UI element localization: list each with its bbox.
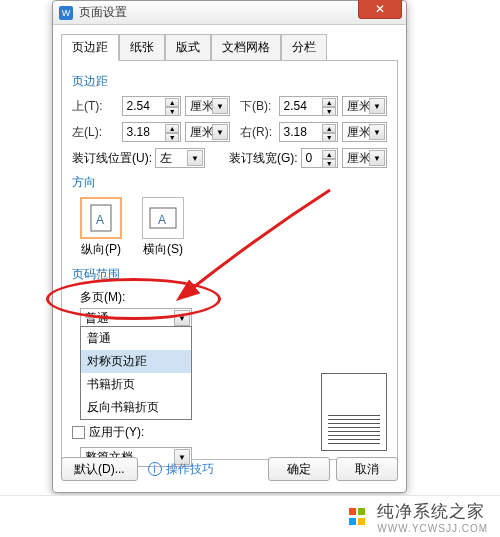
footer-brand: 纯净系统之家 [377, 500, 488, 523]
cancel-button[interactable]: 取消 [336, 457, 398, 481]
tab-body: 页边距 上(T): 2.54▲▼ 厘米▼ 下(B): 2.54▲▼ 厘米▼ 左(… [61, 60, 398, 460]
page-setup-dialog: W 页面设置 ✕ 页边距 纸张 版式 文档网格 分栏 页边距 上(T): 2.5… [52, 0, 407, 493]
bottom-input[interactable]: 2.54▲▼ [279, 96, 339, 116]
option-reverse-bookfold[interactable]: 反向书籍折页 [81, 396, 191, 419]
top-input[interactable]: 2.54▲▼ [122, 96, 182, 116]
page-preview [321, 373, 387, 451]
left-label: 左(L): [72, 124, 122, 141]
chevron-down-icon: ▼ [369, 98, 385, 114]
range-title: 页码范围 [72, 266, 387, 283]
svg-rect-0 [91, 205, 111, 231]
footer-logo-icon [349, 508, 367, 526]
watermark-footer: 纯净系统之家 WWW.YCWSJJ.COM [0, 495, 500, 537]
top-label: 上(T): [72, 98, 122, 115]
spinner-icon[interactable]: ▲▼ [165, 124, 179, 140]
multi-label: 多页(M): [80, 289, 387, 306]
tab-strip: 页边距 纸张 版式 文档网格 分栏 [53, 25, 406, 60]
landscape-icon: A [142, 197, 184, 239]
chevron-down-icon: ▼ [174, 310, 190, 326]
footer-sub: WWW.YCWSJJ.COM [377, 523, 488, 534]
apply-checkbox[interactable] [72, 426, 85, 439]
title-bar[interactable]: W 页面设置 ✕ [53, 1, 406, 25]
orientation-portrait[interactable]: A 纵向(P) [80, 197, 122, 258]
multi-dropdown-list: 普通 对称页边距 书籍折页 反向书籍折页 [80, 326, 192, 420]
option-bookfold[interactable]: 书籍折页 [81, 373, 191, 396]
tab-columns[interactable]: 分栏 [281, 34, 327, 61]
spinner-icon[interactable]: ▲▼ [322, 150, 336, 166]
spinner-icon[interactable]: ▲▼ [322, 98, 336, 114]
chevron-down-icon: ▼ [369, 124, 385, 140]
tab-layout[interactable]: 版式 [165, 34, 211, 61]
orientation-title: 方向 [72, 174, 387, 191]
bottom-label: 下(B): [240, 98, 279, 115]
orientation-landscape[interactable]: A 横向(S) [142, 197, 184, 258]
close-icon: ✕ [375, 2, 385, 16]
svg-text:A: A [96, 213, 104, 227]
left-input[interactable]: 3.18▲▼ [122, 122, 182, 142]
gutter-w-unit[interactable]: 厘米▼ [342, 148, 387, 168]
top-unit[interactable]: 厘米▼ [185, 96, 230, 116]
close-button[interactable]: ✕ [358, 0, 402, 19]
chevron-down-icon: ▼ [187, 150, 203, 166]
button-bar: 默认(D)... i操作技巧 确定 取消 [61, 454, 398, 484]
right-label: 右(R): [240, 124, 279, 141]
left-unit[interactable]: 厘米▼ [185, 122, 230, 142]
spinner-icon[interactable]: ▲▼ [165, 98, 179, 114]
apply-label: 应用于(Y): [89, 424, 144, 441]
right-input[interactable]: 3.18▲▼ [279, 122, 339, 142]
ok-button[interactable]: 确定 [268, 457, 330, 481]
tab-grid[interactable]: 文档网格 [211, 34, 281, 61]
margins-group-title: 页边距 [72, 73, 387, 90]
info-icon: i [148, 462, 162, 476]
gutter-w-input[interactable]: 0▲▼ [301, 148, 339, 168]
gutter-w-label: 装订线宽(G): [229, 150, 301, 167]
multi-select[interactable]: 普通▼ [80, 308, 192, 328]
portrait-icon: A [80, 197, 122, 239]
right-unit[interactable]: 厘米▼ [342, 122, 387, 142]
window-title: 页面设置 [79, 4, 127, 21]
option-normal[interactable]: 普通 [81, 327, 191, 350]
tab-margins[interactable]: 页边距 [61, 34, 119, 61]
default-button[interactable]: 默认(D)... [61, 457, 138, 481]
gutter-pos-select[interactable]: 左▼ [155, 148, 205, 168]
bottom-unit[interactable]: 厘米▼ [342, 96, 387, 116]
gutter-pos-label: 装订线位置(U): [72, 150, 155, 167]
svg-text:A: A [158, 213, 166, 227]
tips-link[interactable]: i操作技巧 [148, 461, 214, 478]
tab-paper[interactable]: 纸张 [119, 34, 165, 61]
chevron-down-icon: ▼ [212, 98, 228, 114]
chevron-down-icon: ▼ [369, 150, 385, 166]
chevron-down-icon: ▼ [212, 124, 228, 140]
app-icon: W [59, 6, 73, 20]
spinner-icon[interactable]: ▲▼ [322, 124, 336, 140]
option-mirror-margins[interactable]: 对称页边距 [81, 350, 191, 373]
svg-rect-2 [150, 208, 176, 228]
